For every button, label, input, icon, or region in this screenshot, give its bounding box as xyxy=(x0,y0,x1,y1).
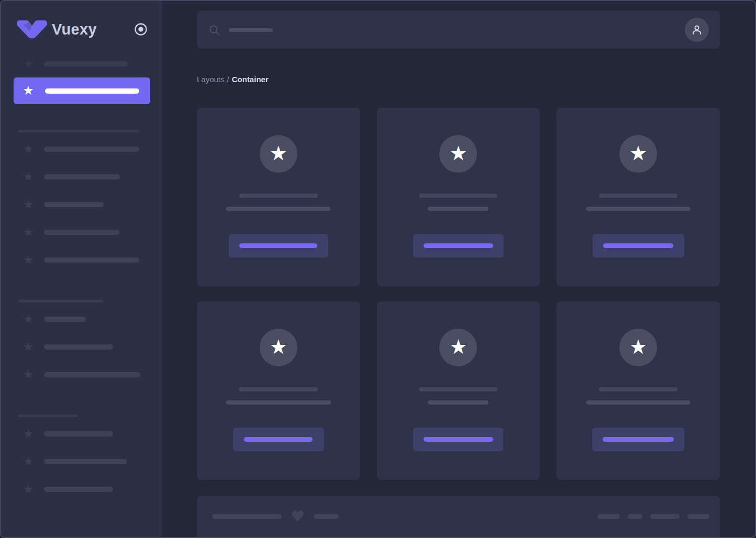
star-icon: ★ xyxy=(22,455,35,468)
sidebar-nav: ★ ★ ★ ★ ★ ★ ★ ★ ★ ★ ★ ★ xyxy=(1,57,162,510)
card-avatar: ★ xyxy=(619,329,657,366)
breadcrumb: Layouts/Container xyxy=(197,75,720,84)
card-avatar: ★ xyxy=(260,135,297,173)
demo-card: ★ xyxy=(377,301,540,480)
nav-section-divider xyxy=(18,414,77,417)
heart-icon[interactable]: ♥ xyxy=(291,509,305,524)
sidebar-menu-item[interactable]: ★ xyxy=(1,483,162,496)
sidebar-menu-item[interactable]: ★ xyxy=(1,198,162,211)
user-icon xyxy=(691,24,703,36)
search-input[interactable] xyxy=(208,24,685,36)
sidebar-menu-item[interactable]: ★ xyxy=(1,312,162,326)
footer-placeholder-bar xyxy=(687,514,709,519)
card-text-placeholder xyxy=(226,207,330,211)
star-icon: ★ xyxy=(22,483,35,496)
card-button[interactable] xyxy=(592,428,684,451)
sidebar-menu-item[interactable]: ★ xyxy=(1,253,162,267)
star-icon: ★ xyxy=(629,337,647,357)
button-label-placeholder xyxy=(424,243,493,248)
nav-section-divider xyxy=(18,300,103,302)
card-text-placeholder xyxy=(239,194,318,198)
star-icon: ★ xyxy=(22,368,35,382)
demo-card: ★ xyxy=(557,301,720,480)
sidebar-menu-item[interactable]: ★ xyxy=(1,427,162,441)
nav-pin-toggle-icon[interactable] xyxy=(134,22,148,37)
star-icon: ★ xyxy=(22,57,35,71)
sidebar-menu-item[interactable]: ★ xyxy=(1,57,162,71)
footer-placeholder-bar xyxy=(314,514,339,519)
menu-label-placeholder xyxy=(45,88,139,94)
menu-label-placeholder xyxy=(44,459,127,464)
menu-label-placeholder xyxy=(44,344,113,350)
menu-label-placeholder xyxy=(44,147,139,152)
breadcrumb-parent[interactable]: Layouts xyxy=(197,75,225,84)
card-text-placeholder xyxy=(428,400,488,405)
button-label-placeholder xyxy=(239,243,317,248)
sidebar-menu-item[interactable]: ★ xyxy=(1,170,162,184)
card-text-placeholder xyxy=(419,387,497,391)
sidebar-header: Vuexy xyxy=(17,19,148,40)
sidebar-menu-item[interactable]: ★ xyxy=(1,226,162,239)
footer-card: ♥ xyxy=(197,496,720,537)
user-avatar[interactable] xyxy=(685,18,709,42)
card-text-placeholder xyxy=(226,400,331,405)
card-button[interactable] xyxy=(413,428,503,451)
star-icon: ★ xyxy=(22,427,35,441)
menu-label-placeholder xyxy=(44,61,128,66)
demo-card: ★ xyxy=(557,108,720,286)
button-label-placeholder xyxy=(244,437,313,442)
card-avatar: ★ xyxy=(439,329,477,366)
card-avatar: ★ xyxy=(619,135,657,173)
card-grid: ★ ★ ★ ★ xyxy=(197,108,720,480)
star-icon: ★ xyxy=(270,143,287,163)
sidebar-menu-item[interactable]: ★ xyxy=(1,142,162,156)
vuexy-logo-icon xyxy=(17,20,47,39)
sidebar-menu-item[interactable]: ★ xyxy=(1,455,162,468)
footer-right-group xyxy=(597,514,709,519)
card-button[interactable] xyxy=(413,234,504,257)
star-icon: ★ xyxy=(449,337,467,357)
star-icon: ★ xyxy=(449,143,467,163)
footer-placeholder-bar xyxy=(628,514,642,519)
demo-card: ★ xyxy=(197,108,360,286)
menu-label-placeholder xyxy=(44,317,86,322)
main-content: Layouts/Container ★ ★ ★ ★ xyxy=(162,1,755,537)
nav-section-divider xyxy=(18,130,139,132)
menu-label-placeholder xyxy=(44,230,119,235)
menu-label-placeholder xyxy=(44,431,113,436)
brand-name: Vuexy xyxy=(52,21,97,38)
menu-label-placeholder xyxy=(44,174,120,180)
button-label-placeholder xyxy=(603,437,674,442)
card-text-placeholder xyxy=(419,194,497,198)
sidebar-menu-item[interactable]: ★ xyxy=(1,340,162,354)
card-avatar: ★ xyxy=(439,135,477,173)
menu-label-placeholder xyxy=(44,372,140,377)
star-icon: ★ xyxy=(22,226,35,239)
star-icon: ★ xyxy=(22,198,35,211)
card-text-placeholder xyxy=(586,207,690,211)
breadcrumb-separator: / xyxy=(227,75,229,84)
star-icon: ★ xyxy=(22,253,35,267)
footer-placeholder-bar xyxy=(650,514,680,519)
sidebar-menu-item-active[interactable]: ★ xyxy=(14,77,150,104)
search-placeholder-bar xyxy=(229,28,273,32)
card-text-placeholder xyxy=(586,400,690,405)
star-icon: ★ xyxy=(22,142,35,156)
star-icon: ★ xyxy=(629,143,647,163)
menu-label-placeholder xyxy=(44,202,104,207)
footer-placeholder-bar xyxy=(212,514,282,519)
button-label-placeholder xyxy=(424,437,493,442)
card-button[interactable] xyxy=(593,234,684,257)
star-icon: ★ xyxy=(22,170,35,184)
sidebar-menu-item[interactable]: ★ xyxy=(1,368,162,382)
app-window: Vuexy ★ ★ ★ ★ ★ ★ ★ xyxy=(0,0,756,538)
demo-card: ★ xyxy=(377,108,540,286)
card-button[interactable] xyxy=(229,234,328,257)
search-icon xyxy=(208,24,220,36)
star-icon: ★ xyxy=(22,340,35,354)
demo-card: ★ xyxy=(197,301,360,480)
star-icon: ★ xyxy=(22,77,35,104)
card-text-placeholder xyxy=(599,387,677,391)
brand-logo[interactable]: Vuexy xyxy=(17,20,97,39)
card-button[interactable] xyxy=(233,428,324,451)
